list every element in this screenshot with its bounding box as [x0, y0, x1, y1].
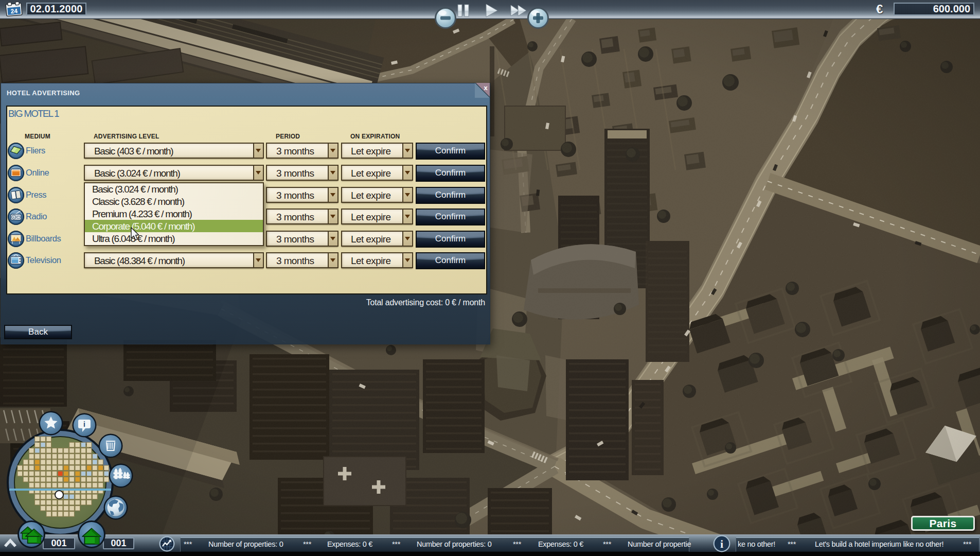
svg-text:i: i [83, 420, 85, 428]
svg-text:x: x [484, 84, 488, 92]
svg-text:24: 24 [10, 7, 18, 15]
svg-text:i: i [720, 537, 723, 550]
